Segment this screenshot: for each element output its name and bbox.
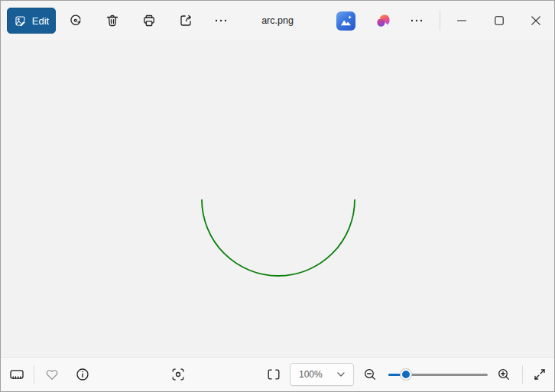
fullscreen-icon [532,367,547,382]
designer-logo-icon [375,12,391,29]
ai-image-editor-button[interactable] [330,5,361,36]
zoom-in-button[interactable] [489,360,518,389]
fit-to-window-button[interactable] [259,360,288,389]
ellipsis-icon [213,13,229,28]
zoom-out-button[interactable] [355,360,385,389]
minimize-icon [456,15,467,26]
titlebar-divider [440,11,440,31]
maximize-button[interactable] [482,1,517,40]
zoom-slider-thumb[interactable] [401,369,411,380]
arc-path [202,199,355,276]
statusbar-divider [34,365,34,384]
close-button[interactable] [518,1,553,40]
more-options-button[interactable] [206,5,236,36]
trash-icon [105,13,120,28]
file-info-button[interactable] [68,360,97,389]
info-icon [75,367,90,382]
ai-image-tile-icon [336,11,355,31]
edit-button-label: Edit [32,15,49,27]
minimize-button[interactable] [444,1,479,40]
statusbar: 100% [1,357,554,391]
fit-to-window-icon [266,367,281,382]
maximize-icon [494,15,505,26]
visual-search-icon [170,367,186,382]
ellipsis-icon [409,13,424,28]
rotate-button[interactable] [60,5,91,36]
more-titlebar-button[interactable] [401,5,432,36]
statusbar-divider-right [522,365,523,384]
filmstrip-icon [9,367,24,382]
filmstrip-button[interactable] [2,360,31,389]
delete-button[interactable] [97,5,128,36]
arc-image [1,40,554,357]
edit-image-icon [14,15,27,28]
edit-button[interactable]: Edit [7,8,56,34]
favorite-button[interactable] [37,360,67,389]
zoom-slider[interactable] [388,362,488,387]
zoom-out-icon [362,367,378,382]
designer-button[interactable] [368,5,398,36]
heart-icon [44,367,60,382]
photos-app-window: Edit [0,0,555,392]
rotate-icon [68,13,83,28]
printer-icon [141,13,157,28]
image-canvas[interactable] [1,40,554,357]
share-button[interactable] [170,5,201,36]
zoom-in-icon [496,367,511,382]
print-button[interactable] [134,5,164,36]
zoom-level-select[interactable]: 100% [290,363,354,386]
chevron-down-icon [337,372,345,377]
titlebar: Edit [1,1,554,40]
close-icon [531,15,541,26]
share-icon [178,13,193,28]
fullscreen-button[interactable] [525,360,554,389]
zoom-level-value: 100% [299,369,323,380]
visual-search-button[interactable] [164,360,193,389]
